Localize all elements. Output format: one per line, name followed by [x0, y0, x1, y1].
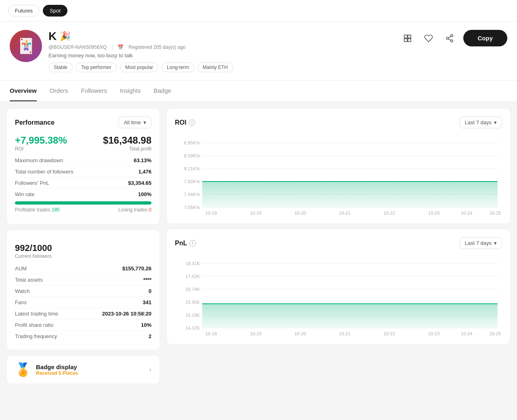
roi-period-select[interactable]: Last 7 days ▾ — [460, 117, 502, 128]
svg-marker-29 — [202, 182, 498, 207]
stat-value-aum: $155,770.26 — [122, 265, 151, 272]
svg-text:10-23: 10-23 — [428, 211, 440, 215]
pnl-chart-card: PnL i Last 7 days ▾ — [166, 229, 511, 345]
roi-chart-area: 8.95K% 8.59K% 8.21K% 7.82K% 7.44K% 7.05K… — [175, 135, 502, 215]
stat-name-pnl: Followers' PnL — [15, 180, 49, 186]
tab-futures[interactable]: Futures — [8, 5, 40, 17]
stat-value-fans: 341 — [143, 299, 151, 305]
svg-text:10-25: 10-25 — [490, 332, 501, 336]
total-profit-value: $16,348.98 — [103, 135, 151, 146]
performance-stats: Maximum drawdown 63.13% Total number of … — [15, 155, 151, 216]
stat-name-fans: Fans — [15, 299, 27, 305]
svg-text:10-19: 10-19 — [250, 332, 262, 336]
stat-value-total-assets: **** — [143, 277, 151, 283]
losing-count: 0 — [149, 207, 151, 213]
stat-row-drawdown: Maximum drawdown 63.13% — [15, 155, 151, 166]
left-panel: Performance All time ▾ +7,995.38% ROI $1… — [6, 108, 160, 384]
win-rate-bar-container — [15, 201, 151, 205]
win-rate-bar — [15, 201, 151, 205]
badge-display-icon: 🏅 — [15, 362, 31, 377]
stat-value-latest-trading: 2023-10-26 10:58:20 — [102, 311, 151, 317]
svg-line-8 — [448, 36, 450, 38]
profile-meta: @BGUSER-NANS0956XQ | 📅 Registered 205 da… — [48, 44, 394, 50]
svg-text:7.44K%: 7.44K% — [184, 192, 200, 197]
win-rate-row: Win rate 100% — [15, 189, 151, 200]
stat-name-watch: Watch — [15, 288, 29, 294]
badge-info: Badge display Received 5 Pieces — [36, 364, 144, 376]
tab-spot[interactable]: Spot — [43, 5, 67, 17]
stat-row-latest-trading: Latest trading time 2023-10-26 10:58:20 — [15, 308, 151, 320]
roi-info-icon[interactable]: i — [189, 119, 195, 126]
svg-text:10-24: 10-24 — [461, 332, 473, 336]
badge-card[interactable]: 🏅 Badge display Received 5 Pieces › — [6, 355, 160, 384]
tab-followers[interactable]: Followers — [81, 81, 107, 101]
stat-row-fans: Fans 341 — [15, 297, 151, 308]
pnl-chart-svg: 18.31K 17.52K 16.74K 15.95K 15.16K 14.37… — [175, 255, 502, 336]
share-icon[interactable] — [442, 31, 457, 46]
svg-point-4 — [450, 34, 453, 37]
svg-text:10-23: 10-23 — [428, 332, 440, 336]
followers-count: 992/1000 — [15, 243, 151, 253]
stat-row-watch: Watch 0 — [15, 286, 151, 297]
svg-text:14.37K: 14.37K — [185, 326, 200, 330]
tab-orders[interactable]: Orders — [50, 81, 68, 101]
svg-line-7 — [448, 39, 450, 40]
svg-text:10-18: 10-18 — [206, 211, 217, 215]
right-panel: ROI i Last 7 days ▾ — [166, 108, 511, 384]
followers-card: 992/1000 Current followers AUM $155,770.… — [6, 230, 160, 350]
tab-overview[interactable]: Overview — [10, 81, 37, 101]
profile-name: K — [48, 30, 57, 43]
stat-name-aum: AUM — [15, 265, 27, 272]
stat-name-trading-freq: Trading frequency — [15, 333, 57, 339]
avatar: 🃏 — [10, 30, 42, 62]
svg-text:8.59K%: 8.59K% — [184, 154, 200, 158]
svg-text:18.31K: 18.31K — [185, 261, 200, 266]
tag-top-performer: Top performer — [76, 63, 117, 72]
followers-stats: AUM $155,770.26 Total assets **** Watch … — [15, 263, 151, 342]
profile-badge-emoji: 🎉 — [60, 31, 71, 42]
stat-row-trading-freq: Trading frequency 2 — [15, 331, 151, 342]
losing-trades: Losing trades 0 — [118, 207, 151, 213]
tab-insights[interactable]: Insights — [120, 81, 141, 101]
layout-icon[interactable] — [400, 31, 415, 46]
roi-value: +7,995.38% — [15, 135, 67, 146]
roi-chart-title: ROI i — [175, 119, 195, 126]
stat-row-total-assets: Total assets **** — [15, 274, 151, 286]
svg-text:17.52K: 17.52K — [185, 274, 200, 279]
stat-name-total-assets: Total assets — [15, 277, 43, 283]
svg-text:10-21: 10-21 — [339, 332, 351, 336]
roi-chevron-icon: ▾ — [494, 119, 497, 125]
stat-row-followers: Total number of followers 1,476 — [15, 166, 151, 178]
badge-arrow-icon: › — [149, 366, 151, 374]
profitable-trades: Profitable trades 185 — [15, 207, 60, 213]
stat-row-profit-share: Profit share ratio 10% — [15, 320, 151, 331]
svg-text:16.74K: 16.74K — [185, 287, 200, 292]
svg-text:8.95K%: 8.95K% — [184, 141, 200, 145]
profile-registered: Registered 205 day(s) ago — [128, 44, 185, 50]
tab-badge[interactable]: Badge — [153, 81, 171, 101]
svg-text:10-19: 10-19 — [250, 211, 262, 215]
performance-title: Performance — [15, 119, 55, 126]
pnl-info-icon[interactable]: i — [189, 240, 196, 247]
stat-value-drawdown: 63.13% — [134, 157, 151, 163]
tag-long-term: Long-term — [162, 63, 194, 72]
svg-text:15.16K: 15.16K — [185, 313, 200, 318]
tag-mainly-eth: Mainly ETH — [198, 63, 233, 72]
stat-value-profit-share: 10% — [141, 322, 151, 328]
stat-name-latest-trading: Latest trading time — [15, 311, 58, 317]
copy-button[interactable]: Copy — [463, 30, 508, 46]
pnl-period-select[interactable]: Last 7 days ▾ — [460, 237, 502, 249]
like-icon[interactable] — [421, 31, 436, 46]
stat-row-aum: AUM $155,770.26 — [15, 263, 151, 274]
badge-sub: Received 5 Pieces — [36, 370, 144, 376]
profile-header: 🃏 K 🎉 @BGUSER-NANS0956XQ | 📅 Registered … — [0, 22, 517, 81]
period-select[interactable]: All time ▾ — [118, 117, 151, 128]
roi-chart-card: ROI i Last 7 days ▾ — [166, 108, 511, 224]
badge-count: 5 Pieces — [59, 370, 78, 376]
stat-name-followers: Total number of followers — [15, 169, 74, 175]
svg-text:10-22: 10-22 — [384, 211, 395, 215]
svg-point-5 — [446, 37, 448, 40]
svg-text:10-21: 10-21 — [339, 211, 351, 215]
profile-info: K 🎉 @BGUSER-NANS0956XQ | 📅 Registered 20… — [48, 30, 394, 72]
svg-rect-3 — [408, 38, 410, 41]
